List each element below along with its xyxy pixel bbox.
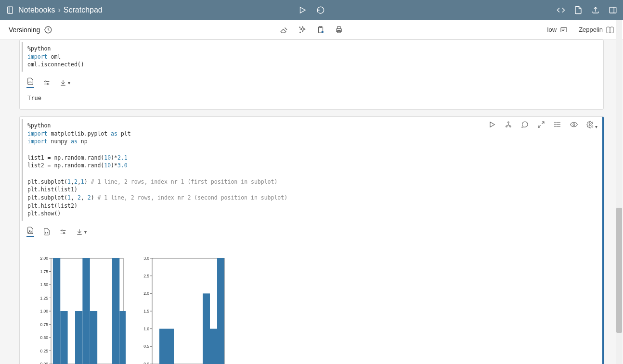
svg-rect-49 [53,258,60,364]
cell-output-toolbar: ▾ [20,223,602,239]
code-editor[interactable]: %python import matplotlib.pyplot as plt … [22,119,600,221]
svg-point-27 [510,126,511,127]
svg-text:1.25: 1.25 [40,296,48,301]
refresh-icon[interactable] [316,6,325,14]
svg-point-39 [573,124,575,126]
svg-text:0.25: 0.25 [40,349,48,353]
expand-icon[interactable] [537,121,545,130]
breadcrumb-current: Scratchpad [64,6,103,14]
cell-output: True [20,90,603,109]
subbar: Versioning low Zeppelin [0,20,623,39]
document-icon[interactable] [574,6,583,14]
svg-text:1.5: 1.5 [143,309,149,314]
erase-icon[interactable] [280,25,288,34]
svg-point-26 [506,126,507,127]
svg-point-36 [555,122,555,123]
cell-output-toolbar: ▾ [20,74,603,90]
svg-rect-54 [112,258,119,364]
svg-text:0.0: 0.0 [143,362,149,364]
chevron-down-icon: ▾ [68,80,70,86]
svg-line-30 [508,125,510,126]
breadcrumb-root[interactable]: Notebooks [18,6,55,14]
svg-rect-50 [60,311,67,364]
panel-icon[interactable] [609,6,617,14]
svg-line-32 [538,125,541,127]
svg-point-40 [589,124,591,126]
list-icon[interactable] [554,121,561,130]
breadcrumb: Notebooks › Scratchpad [18,6,103,14]
svg-text:0.00: 0.00 [40,362,48,364]
svg-rect-53 [90,311,97,364]
comment-icon[interactable] [521,121,529,130]
priority-icon[interactable] [559,25,568,34]
code-editor[interactable]: %python import oml oml.isconnected() [22,42,601,72]
scrollbar[interactable] [616,20,622,364]
notebook-cell: %python import oml oml.isconnected() ▾ T… [19,39,604,110]
histogram-1: 0.000.250.500.751.001.251.501.752.000.51… [34,253,126,364]
svg-rect-11 [337,28,342,31]
clipboard-icon[interactable] [316,25,325,34]
svg-rect-83 [159,329,167,364]
settings-icon[interactable] [59,228,67,236]
svg-line-29 [506,125,508,126]
chevron-down-icon: ▾ [84,229,87,235]
svg-text:1.50: 1.50 [40,282,48,287]
export-icon[interactable] [591,6,600,14]
settings-icon[interactable] [43,79,51,87]
svg-marker-24 [490,122,494,127]
svg-rect-86 [210,329,217,364]
gear-icon[interactable]: ▾ [586,121,597,130]
book-icon[interactable] [606,25,614,34]
histogram-2: 0.00.51.01.52.02.53.00.00.51.01.52.02.53… [135,253,227,364]
svg-text:1.00: 1.00 [40,309,48,314]
topbar: Notebooks › Scratchpad [0,0,623,20]
svg-point-19 [45,81,47,82]
magic-icon[interactable] [298,25,307,34]
svg-line-7 [285,27,287,30]
chart-output: 0.000.250.500.751.001.251.501.752.000.51… [20,239,602,364]
svg-text:0.50: 0.50 [40,335,48,340]
svg-point-38 [555,126,555,126]
hierarchy-icon[interactable] [505,121,512,130]
breadcrumb-separator: › [58,6,61,14]
priority-label[interactable]: low [547,26,557,33]
versioning-label[interactable]: Versioning [9,26,40,34]
svg-rect-84 [167,329,174,364]
svg-text:2.0: 2.0 [143,291,149,296]
history-icon[interactable] [44,25,52,34]
svg-text:1.75: 1.75 [40,269,48,274]
svg-text:2.5: 2.5 [143,274,149,278]
print-icon[interactable] [335,25,343,34]
download-icon[interactable]: ▾ [76,228,87,236]
svg-point-37 [555,124,555,125]
svg-rect-14 [561,27,567,32]
svg-rect-85 [203,293,210,364]
output-image-tab[interactable] [26,226,34,237]
run-all-icon[interactable] [298,6,307,14]
run-cell-icon[interactable] [488,121,496,130]
notebook-cell: ▾ %python import matplotlib.pyplot as pl… [19,116,604,364]
svg-rect-0 [8,7,13,13]
download-icon[interactable]: ▾ [59,79,70,87]
output-code-tab[interactable] [43,228,51,236]
svg-text:0.5: 0.5 [143,344,149,349]
svg-text:3.0: 3.0 [143,256,149,261]
svg-point-25 [508,122,509,123]
notebook-icon [6,6,14,14]
output-code-tab[interactable] [26,77,34,88]
svg-text:1.0: 1.0 [143,326,149,331]
svg-line-31 [542,122,544,124]
visibility-icon[interactable] [570,121,578,130]
svg-point-43 [62,230,63,231]
svg-point-45 [64,232,65,234]
svg-rect-13 [337,26,340,29]
cell-actions: ▾ [488,121,597,130]
svg-text:0.75: 0.75 [40,322,48,327]
svg-point-21 [47,83,49,85]
zeppelin-label[interactable]: Zeppelin [579,26,603,33]
code-icon[interactable] [557,6,565,14]
svg-rect-55 [119,311,126,364]
svg-text:2.00: 2.00 [40,256,48,261]
svg-rect-52 [82,258,90,364]
svg-point-10 [322,31,324,33]
